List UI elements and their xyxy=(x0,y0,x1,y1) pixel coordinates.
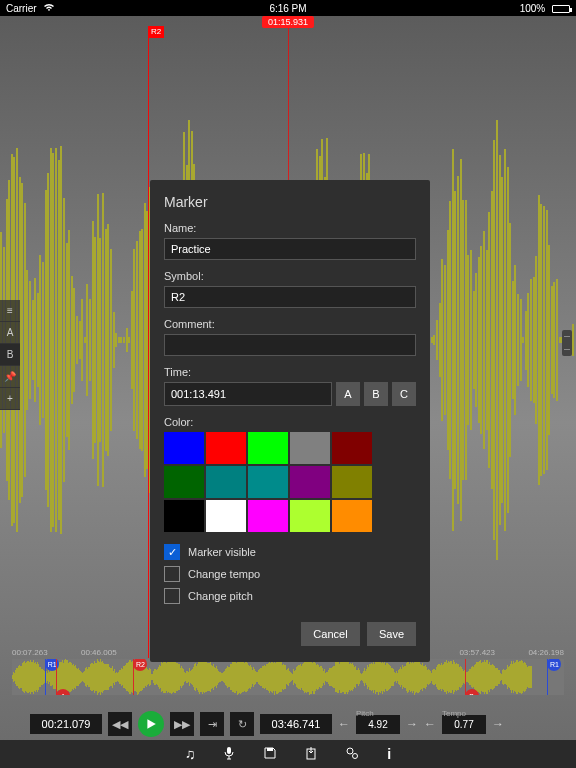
playhead-time: 01:15.931 xyxy=(262,16,314,28)
mini-marker-r1[interactable]: R1 xyxy=(547,659,561,671)
color-swatch[interactable] xyxy=(290,466,330,498)
status-bar: Carrier 6:16 PM 100% xyxy=(0,0,576,16)
symbol-input[interactable] xyxy=(164,286,416,308)
color-swatch[interactable] xyxy=(206,500,246,532)
chk-pitch-row[interactable]: Change pitch xyxy=(164,588,416,604)
toolbar-pin[interactable]: 📌 xyxy=(0,366,20,388)
chk-visible-box[interactable]: ✓ xyxy=(164,544,180,560)
next-tempo[interactable]: → xyxy=(492,717,504,731)
marker-line-r2[interactable] xyxy=(148,26,149,658)
color-swatch[interactable] xyxy=(248,432,288,464)
music-icon[interactable]: ♫ xyxy=(185,746,196,762)
mini-marker-b[interactable]: B xyxy=(465,689,479,695)
color-swatch[interactable] xyxy=(164,432,204,464)
color-swatch[interactable] xyxy=(164,500,204,532)
prev-tempo[interactable]: ← xyxy=(424,717,436,731)
right-handle[interactable] xyxy=(562,330,572,356)
loop-button[interactable]: ↻ xyxy=(230,712,254,736)
prev-pitch[interactable]: ← xyxy=(338,717,350,731)
tempo-label: Tempo xyxy=(442,709,466,718)
info-icon[interactable]: i xyxy=(387,746,391,762)
color-swatch[interactable] xyxy=(206,432,246,464)
color-swatch[interactable] xyxy=(332,500,372,532)
color-swatch[interactable] xyxy=(248,500,288,532)
tick-label: 00:46.005 xyxy=(81,648,117,657)
chk-pitch-label: Change pitch xyxy=(188,590,253,602)
svg-point-4 xyxy=(353,753,358,758)
color-swatch[interactable] xyxy=(248,466,288,498)
svg-rect-1 xyxy=(267,748,273,751)
color-grid xyxy=(164,432,416,532)
save-button[interactable]: Save xyxy=(367,622,416,646)
overview-waveform[interactable]: R1AR2BR1 xyxy=(12,659,564,695)
settings-icon[interactable] xyxy=(345,746,359,763)
time-input[interactable] xyxy=(164,382,332,406)
svg-rect-0 xyxy=(227,747,231,754)
chk-pitch-box[interactable] xyxy=(164,588,180,604)
next-pitch[interactable]: → xyxy=(406,717,418,731)
pitch-label: Pitch xyxy=(356,709,374,718)
tick-label: 00:07.263 xyxy=(12,648,48,657)
rewind-button[interactable]: ◀◀ xyxy=(108,712,132,736)
export-icon[interactable] xyxy=(305,746,317,763)
color-label: Color: xyxy=(164,416,416,428)
skip-button[interactable]: ⇥ xyxy=(200,712,224,736)
cancel-button[interactable]: Cancel xyxy=(301,622,359,646)
right-time: 03:46.741 xyxy=(260,714,332,734)
color-swatch[interactable] xyxy=(332,432,372,464)
bottom-toolbar: ♫ i xyxy=(0,740,576,768)
name-label: Name: xyxy=(164,222,416,234)
ffwd-button[interactable]: ▶▶ xyxy=(170,712,194,736)
tick-label: 04:26.198 xyxy=(528,648,564,657)
time-btn-c[interactable]: C xyxy=(392,382,416,406)
color-swatch[interactable] xyxy=(206,466,246,498)
comment-label: Comment: xyxy=(164,318,416,330)
marker-dialog: Marker Name: Symbol: Comment: Time: A B … xyxy=(150,180,430,662)
comment-input[interactable] xyxy=(164,334,416,356)
time-btn-a[interactable]: A xyxy=(336,382,360,406)
toolbar-a[interactable]: A xyxy=(0,322,20,344)
chk-tempo-label: Change tempo xyxy=(188,568,260,580)
toolbar-b[interactable]: B xyxy=(0,344,20,366)
symbol-label: Symbol: xyxy=(164,270,416,282)
dialog-title: Marker xyxy=(164,194,416,210)
svg-point-3 xyxy=(347,748,353,754)
tick-label: 03:57.423 xyxy=(459,648,495,657)
chk-tempo-box[interactable] xyxy=(164,566,180,582)
left-time: 00:21.079 xyxy=(30,714,102,734)
name-input[interactable] xyxy=(164,238,416,260)
toolbar-menu[interactable]: ≡ xyxy=(0,300,20,322)
chk-visible-row[interactable]: ✓ Marker visible xyxy=(164,544,416,560)
color-swatch[interactable] xyxy=(290,432,330,464)
clock: 6:16 PM xyxy=(126,3,450,14)
color-swatch[interactable] xyxy=(290,500,330,532)
left-toolbar: ≡ A B 📌 + xyxy=(0,300,20,410)
play-button[interactable] xyxy=(138,711,164,737)
transport-bar: 00:21.079 ◀◀ ▶▶ ⇥ ↻ 03:46.741 ← Pitch 4.… xyxy=(0,708,576,740)
wifi-icon xyxy=(43,3,55,14)
time-btn-b[interactable]: B xyxy=(364,382,388,406)
color-swatch[interactable] xyxy=(164,466,204,498)
mic-icon[interactable] xyxy=(223,746,235,763)
battery-icon xyxy=(552,5,570,13)
toolbar-add[interactable]: + xyxy=(0,388,20,410)
time-label: Time: xyxy=(164,366,416,378)
save-icon[interactable] xyxy=(263,746,277,763)
color-swatch[interactable] xyxy=(332,466,372,498)
battery-pct: 100% xyxy=(520,3,546,14)
carrier-label: Carrier xyxy=(6,3,37,14)
marker-flag-r2[interactable]: R2 xyxy=(148,26,164,38)
chk-tempo-row[interactable]: Change tempo xyxy=(164,566,416,582)
chk-visible-label: Marker visible xyxy=(188,546,256,558)
